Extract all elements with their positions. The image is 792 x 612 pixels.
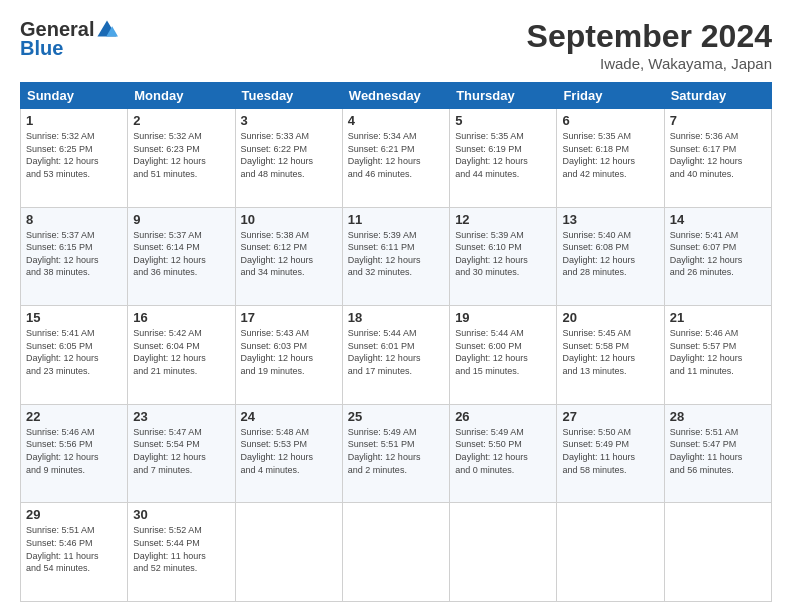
- table-row: 7Sunrise: 5:36 AM Sunset: 6:17 PM Daylig…: [664, 109, 771, 208]
- table-row: 24Sunrise: 5:48 AM Sunset: 5:53 PM Dayli…: [235, 404, 342, 503]
- day-info: Sunrise: 5:37 AM Sunset: 6:14 PM Dayligh…: [133, 229, 229, 279]
- calendar-week-row: 8Sunrise: 5:37 AM Sunset: 6:15 PM Daylig…: [21, 207, 772, 306]
- table-row: 23Sunrise: 5:47 AM Sunset: 5:54 PM Dayli…: [128, 404, 235, 503]
- day-number: 7: [670, 113, 766, 128]
- day-info: Sunrise: 5:37 AM Sunset: 6:15 PM Dayligh…: [26, 229, 122, 279]
- table-row: 2Sunrise: 5:32 AM Sunset: 6:23 PM Daylig…: [128, 109, 235, 208]
- day-info: Sunrise: 5:49 AM Sunset: 5:50 PM Dayligh…: [455, 426, 551, 476]
- day-info: Sunrise: 5:38 AM Sunset: 6:12 PM Dayligh…: [241, 229, 337, 279]
- table-row: 30Sunrise: 5:52 AM Sunset: 5:44 PM Dayli…: [128, 503, 235, 602]
- day-info: Sunrise: 5:42 AM Sunset: 6:04 PM Dayligh…: [133, 327, 229, 377]
- day-number: 17: [241, 310, 337, 325]
- table-row: 10Sunrise: 5:38 AM Sunset: 6:12 PM Dayli…: [235, 207, 342, 306]
- day-info: Sunrise: 5:35 AM Sunset: 6:18 PM Dayligh…: [562, 130, 658, 180]
- day-number: 18: [348, 310, 444, 325]
- table-row: 13Sunrise: 5:40 AM Sunset: 6:08 PM Dayli…: [557, 207, 664, 306]
- table-row: 3Sunrise: 5:33 AM Sunset: 6:22 PM Daylig…: [235, 109, 342, 208]
- day-number: 16: [133, 310, 229, 325]
- table-row: 4Sunrise: 5:34 AM Sunset: 6:21 PM Daylig…: [342, 109, 449, 208]
- day-info: Sunrise: 5:34 AM Sunset: 6:21 PM Dayligh…: [348, 130, 444, 180]
- day-number: 26: [455, 409, 551, 424]
- logo: General Blue: [20, 18, 118, 60]
- col-tuesday: Tuesday: [235, 83, 342, 109]
- col-saturday: Saturday: [664, 83, 771, 109]
- day-number: 6: [562, 113, 658, 128]
- table-row: [557, 503, 664, 602]
- day-number: 14: [670, 212, 766, 227]
- logo-blue-text: Blue: [20, 37, 63, 60]
- day-info: Sunrise: 5:52 AM Sunset: 5:44 PM Dayligh…: [133, 524, 229, 574]
- table-row: 29Sunrise: 5:51 AM Sunset: 5:46 PM Dayli…: [21, 503, 128, 602]
- day-info: Sunrise: 5:41 AM Sunset: 6:07 PM Dayligh…: [670, 229, 766, 279]
- day-number: 29: [26, 507, 122, 522]
- day-info: Sunrise: 5:40 AM Sunset: 6:08 PM Dayligh…: [562, 229, 658, 279]
- day-info: Sunrise: 5:49 AM Sunset: 5:51 PM Dayligh…: [348, 426, 444, 476]
- day-number: 15: [26, 310, 122, 325]
- table-row: 6Sunrise: 5:35 AM Sunset: 6:18 PM Daylig…: [557, 109, 664, 208]
- main-title: September 2024: [527, 18, 772, 55]
- day-info: Sunrise: 5:50 AM Sunset: 5:49 PM Dayligh…: [562, 426, 658, 476]
- col-wednesday: Wednesday: [342, 83, 449, 109]
- day-info: Sunrise: 5:45 AM Sunset: 5:58 PM Dayligh…: [562, 327, 658, 377]
- calendar-table: Sunday Monday Tuesday Wednesday Thursday…: [20, 82, 772, 602]
- day-number: 21: [670, 310, 766, 325]
- day-info: Sunrise: 5:46 AM Sunset: 5:57 PM Dayligh…: [670, 327, 766, 377]
- day-number: 11: [348, 212, 444, 227]
- table-row: 22Sunrise: 5:46 AM Sunset: 5:56 PM Dayli…: [21, 404, 128, 503]
- day-number: 27: [562, 409, 658, 424]
- table-row: 27Sunrise: 5:50 AM Sunset: 5:49 PM Dayli…: [557, 404, 664, 503]
- day-number: 23: [133, 409, 229, 424]
- table-row: 21Sunrise: 5:46 AM Sunset: 5:57 PM Dayli…: [664, 306, 771, 405]
- table-row: 16Sunrise: 5:42 AM Sunset: 6:04 PM Dayli…: [128, 306, 235, 405]
- day-number: 10: [241, 212, 337, 227]
- table-row: [235, 503, 342, 602]
- calendar-header-row: Sunday Monday Tuesday Wednesday Thursday…: [21, 83, 772, 109]
- table-row: 17Sunrise: 5:43 AM Sunset: 6:03 PM Dayli…: [235, 306, 342, 405]
- col-sunday: Sunday: [21, 83, 128, 109]
- calendar-week-row: 1Sunrise: 5:32 AM Sunset: 6:25 PM Daylig…: [21, 109, 772, 208]
- day-info: Sunrise: 5:43 AM Sunset: 6:03 PM Dayligh…: [241, 327, 337, 377]
- day-info: Sunrise: 5:47 AM Sunset: 5:54 PM Dayligh…: [133, 426, 229, 476]
- day-number: 9: [133, 212, 229, 227]
- calendar-week-row: 29Sunrise: 5:51 AM Sunset: 5:46 PM Dayli…: [21, 503, 772, 602]
- day-info: Sunrise: 5:39 AM Sunset: 6:10 PM Dayligh…: [455, 229, 551, 279]
- day-number: 30: [133, 507, 229, 522]
- day-number: 5: [455, 113, 551, 128]
- subtitle: Iwade, Wakayama, Japan: [527, 55, 772, 72]
- col-monday: Monday: [128, 83, 235, 109]
- day-number: 22: [26, 409, 122, 424]
- day-info: Sunrise: 5:44 AM Sunset: 6:01 PM Dayligh…: [348, 327, 444, 377]
- calendar-week-row: 15Sunrise: 5:41 AM Sunset: 6:05 PM Dayli…: [21, 306, 772, 405]
- day-number: 20: [562, 310, 658, 325]
- day-number: 13: [562, 212, 658, 227]
- day-info: Sunrise: 5:41 AM Sunset: 6:05 PM Dayligh…: [26, 327, 122, 377]
- day-number: 3: [241, 113, 337, 128]
- table-row: 28Sunrise: 5:51 AM Sunset: 5:47 PM Dayli…: [664, 404, 771, 503]
- table-row: 26Sunrise: 5:49 AM Sunset: 5:50 PM Dayli…: [450, 404, 557, 503]
- day-info: Sunrise: 5:51 AM Sunset: 5:47 PM Dayligh…: [670, 426, 766, 476]
- day-number: 2: [133, 113, 229, 128]
- table-row: [342, 503, 449, 602]
- table-row: 18Sunrise: 5:44 AM Sunset: 6:01 PM Dayli…: [342, 306, 449, 405]
- day-info: Sunrise: 5:48 AM Sunset: 5:53 PM Dayligh…: [241, 426, 337, 476]
- table-row: 8Sunrise: 5:37 AM Sunset: 6:15 PM Daylig…: [21, 207, 128, 306]
- page: General Blue September 2024 Iwade, Wakay…: [0, 0, 792, 612]
- day-number: 12: [455, 212, 551, 227]
- table-row: 20Sunrise: 5:45 AM Sunset: 5:58 PM Dayli…: [557, 306, 664, 405]
- day-info: Sunrise: 5:51 AM Sunset: 5:46 PM Dayligh…: [26, 524, 122, 574]
- logo-icon: [96, 19, 118, 41]
- table-row: 25Sunrise: 5:49 AM Sunset: 5:51 PM Dayli…: [342, 404, 449, 503]
- header: General Blue September 2024 Iwade, Wakay…: [20, 18, 772, 72]
- table-row: 14Sunrise: 5:41 AM Sunset: 6:07 PM Dayli…: [664, 207, 771, 306]
- day-number: 28: [670, 409, 766, 424]
- table-row: [664, 503, 771, 602]
- table-row: 1Sunrise: 5:32 AM Sunset: 6:25 PM Daylig…: [21, 109, 128, 208]
- table-row: 11Sunrise: 5:39 AM Sunset: 6:11 PM Dayli…: [342, 207, 449, 306]
- day-info: Sunrise: 5:44 AM Sunset: 6:00 PM Dayligh…: [455, 327, 551, 377]
- table-row: [450, 503, 557, 602]
- title-block: September 2024 Iwade, Wakayama, Japan: [527, 18, 772, 72]
- table-row: 12Sunrise: 5:39 AM Sunset: 6:10 PM Dayli…: [450, 207, 557, 306]
- day-number: 8: [26, 212, 122, 227]
- day-number: 4: [348, 113, 444, 128]
- day-info: Sunrise: 5:36 AM Sunset: 6:17 PM Dayligh…: [670, 130, 766, 180]
